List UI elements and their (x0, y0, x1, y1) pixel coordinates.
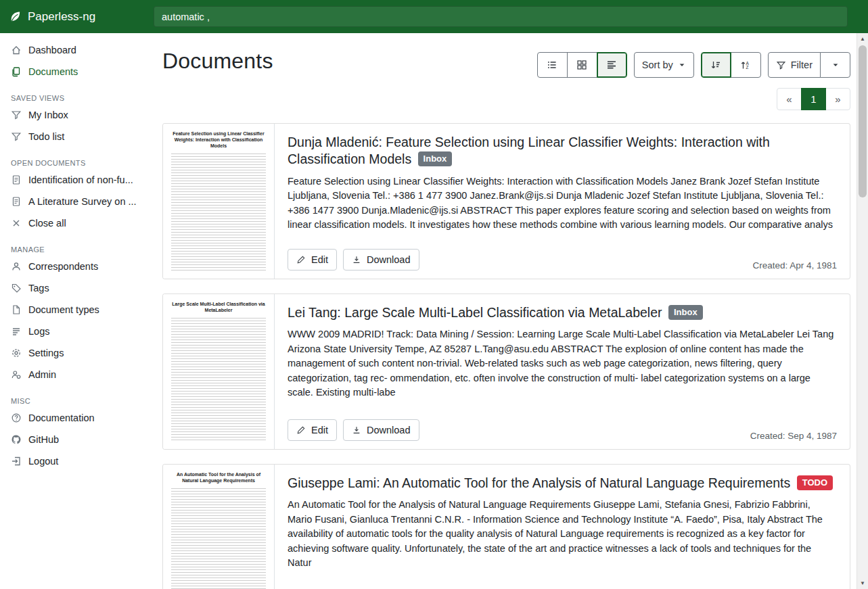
pagination-page-1-button[interactable]: 1 (801, 88, 826, 110)
grid-view-icon (576, 60, 587, 70)
thumbnail-title: Large Scale Multi-Label Classification v… (171, 301, 266, 313)
sidebar-item-label: Correspondents (28, 261, 98, 272)
gear-icon (11, 348, 22, 358)
sidebar-section-misc: MISC (11, 397, 133, 405)
funnel-icon (776, 60, 786, 70)
document-title-link[interactable]: Dunja Mladenić: Feature Selection using … (288, 134, 837, 168)
download-icon (352, 425, 361, 435)
filter-split-button: Filter (768, 52, 850, 78)
document-excerpt: WWW 2009 MADRID! Track: Data Mining / Se… (288, 327, 837, 400)
document-title-link[interactable]: Giuseppe Lami: An Automatic Tool for the… (288, 475, 837, 492)
document-excerpt: Feature Selection using Linear Classifie… (288, 174, 837, 233)
sidebar-item-documentation[interactable]: Documentation (0, 407, 144, 429)
sidebar-section-open-documents: OPEN DOCUMENTS (11, 159, 133, 167)
sidebar-item-correspondents[interactable]: Correspondents (0, 256, 144, 277)
sidebar-item-label: Document types (28, 304, 99, 315)
list-view-icon (547, 60, 557, 70)
house-icon (11, 45, 22, 55)
sidebar-item-label: A Literature Survey on ... (28, 196, 137, 207)
sidebar-section-saved-views: SAVED VIEWS (11, 94, 133, 102)
document-card: Large Scale Multi-Label Classification v… (162, 293, 850, 450)
sidebar-item-todo-list[interactable]: Todo list (0, 126, 144, 147)
brand-name: Paperless-ng (28, 10, 95, 24)
sidebar-item-label: Admin (28, 369, 56, 380)
scroll-down-arrow-icon[interactable]: ▼ (857, 578, 868, 588)
github-icon (11, 434, 22, 445)
sort-direction-group: A Z (701, 52, 761, 78)
sidebar-item-documents[interactable]: Documents (0, 61, 144, 83)
scrollbar-thumb[interactable] (859, 45, 867, 197)
thumbnail-title: Feature Selection using Linear Classifie… (171, 131, 266, 149)
download-button[interactable]: Download (343, 249, 419, 270)
pagination-previous-button[interactable]: « (777, 88, 802, 110)
download-button[interactable]: Download (343, 419, 419, 441)
document-thumbnail[interactable]: Feature Selection using Linear Classifie… (163, 124, 275, 279)
person-icon (11, 261, 22, 272)
sidebar-item-github[interactable]: GitHub (0, 429, 144, 450)
scroll-up-arrow-icon[interactable]: ▲ (857, 34, 868, 44)
close-icon (11, 218, 22, 229)
sidebar-item-open-doc-2[interactable]: A Literature Survey on ... (0, 191, 144, 212)
file-text-icon (11, 196, 22, 207)
sidebar-item-label: Settings (28, 348, 64, 358)
question-circle-icon (11, 413, 22, 423)
chevron-down-icon (831, 61, 840, 69)
chevron-down-icon (678, 61, 686, 69)
grid-view-button[interactable] (567, 52, 597, 78)
filter-label: Filter (791, 60, 813, 70)
sort-descending-button[interactable] (701, 52, 731, 78)
page-title: Documents (162, 49, 273, 74)
top-navbar: Paperless-ng (0, 0, 868, 33)
sort-alphabetical-button[interactable]: A Z (731, 52, 761, 78)
pagination-next-button[interactable]: » (825, 88, 850, 110)
paperless-leaf-logo-icon (9, 10, 22, 23)
sidebar-item-label: Dashboard (28, 45, 76, 55)
sidebar-item-dashboard[interactable]: Dashboard (0, 39, 144, 61)
sidebar-item-admin[interactable]: Admin (0, 364, 144, 385)
tag-icon (11, 283, 22, 293)
tag-badge[interactable]: TODO (797, 475, 833, 490)
sidebar-item-label: Logout (28, 456, 58, 467)
filter-dropdown-toggle[interactable] (820, 52, 850, 78)
svg-text:Z: Z (746, 65, 749, 70)
sidebar-item-label: Documentation (28, 413, 95, 423)
edit-button[interactable]: Edit (288, 249, 337, 270)
main-content: Documents (144, 33, 868, 589)
search-input[interactable] (154, 6, 848, 27)
document-card: Feature Selection using Linear Classifie… (162, 123, 850, 279)
sidebar-item-my-inbox[interactable]: My Inbox (0, 104, 144, 126)
brand-link[interactable]: Paperless-ng (0, 10, 144, 24)
document-thumbnail[interactable]: An Automatic Tool for the Analysis of Na… (163, 465, 275, 589)
sidebar-item-document-types[interactable]: Document types (0, 299, 144, 321)
document-excerpt: An Automatic Tool for the Analysis of Na… (288, 498, 837, 570)
list-view-button[interactable] (537, 52, 568, 78)
sidebar-item-logout[interactable]: Logout (0, 450, 144, 472)
created-date: Created: Apr 4, 1981 (752, 260, 837, 270)
download-icon (352, 255, 361, 264)
detail-view-button[interactable] (597, 52, 627, 78)
sort-by-label: Sort by (642, 60, 673, 70)
document-title-link[interactable]: Lei Tang: Large Scale Multi-Label Classi… (288, 304, 837, 321)
edit-button[interactable]: Edit (288, 419, 337, 441)
document-thumbnail[interactable]: Large Scale Multi-Label Classification v… (163, 294, 275, 449)
detail-view-icon (606, 60, 617, 70)
sidebar-item-settings[interactable]: Settings (0, 342, 144, 364)
sidebar-item-label: Close all (28, 218, 66, 229)
sidebar-item-logs[interactable]: Logs (0, 321, 144, 342)
thumbnail-text-lines (171, 318, 266, 442)
sidebar-item-label: My Inbox (28, 110, 68, 120)
logout-door-icon (11, 456, 22, 467)
sidebar-item-label: Documents (28, 66, 78, 77)
view-toggle-group (537, 52, 627, 78)
thumbnail-text-lines (171, 488, 266, 589)
sort-down-icon (710, 60, 721, 70)
sidebar-item-close-all[interactable]: Close all (0, 212, 144, 234)
tag-badge[interactable]: Inbox (668, 305, 703, 320)
tag-badge[interactable]: Inbox (418, 151, 453, 166)
documents-toolbar: Sort by (537, 52, 850, 78)
sort-by-dropdown[interactable]: Sort by (634, 52, 694, 78)
filter-button[interactable]: Filter (768, 52, 821, 78)
documents-list: Feature Selection using Linear Classifie… (162, 123, 850, 589)
sidebar-item-tags[interactable]: Tags (0, 277, 144, 299)
sidebar-item-open-doc-1[interactable]: Identification of non-fu... (0, 169, 144, 191)
